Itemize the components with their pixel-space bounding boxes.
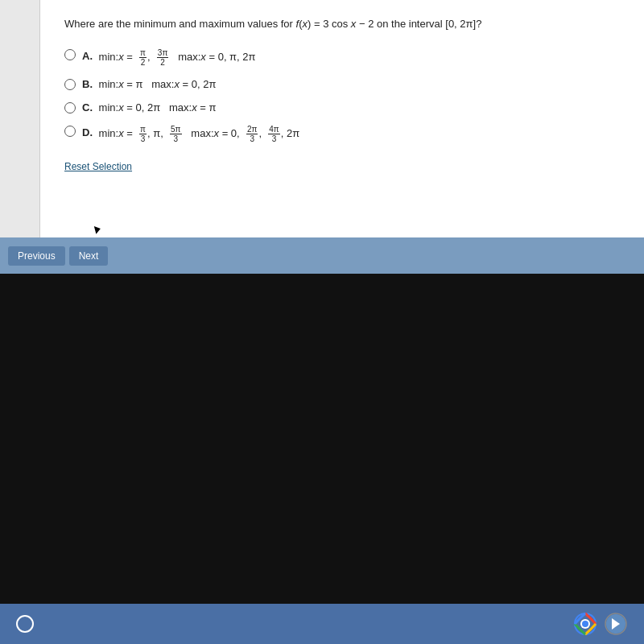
radio-b[interactable]	[64, 79, 76, 90]
next-button[interactable]: Next	[69, 246, 109, 266]
option-d[interactable]: D. min:x = π 3 , π, 5π 3 max:x = 0, 2π 3…	[64, 125, 620, 143]
taskbar: Previous Next	[0, 237, 644, 274]
left-sidebar	[0, 0, 40, 274]
home-circle-icon[interactable]	[16, 615, 34, 633]
frac-pi-3-d: π 3	[139, 125, 147, 143]
option-c[interactable]: C. min:x = 0, 2π max:x = π	[64, 101, 620, 114]
svg-point-2	[582, 621, 588, 627]
dark-background	[0, 274, 644, 604]
option-b[interactable]: B. min:x = π max:x = 0, 2π	[64, 78, 620, 90]
option-a[interactable]: A. min:x = π 2 , 3π 2 max:x = 0, π, 2π	[64, 48, 620, 67]
frac-4pi-3-d: 4π 3	[268, 125, 279, 143]
radio-d[interactable]	[64, 126, 76, 137]
option-d-text: D. min:x = π 3 , π, 5π 3 max:x = 0, 2π 3…	[82, 125, 299, 143]
radio-a[interactable]	[64, 49, 76, 60]
reset-selection-link[interactable]: Reset Selection	[64, 161, 132, 172]
frac-2pi-3-d: 2π 3	[246, 125, 258, 143]
frac-pi-2-a: π 2	[139, 48, 147, 67]
option-a-text: A. min:x = π 2 , 3π 2 max:x = 0, π, 2π	[82, 48, 256, 67]
previous-button[interactable]: Previous	[8, 246, 65, 266]
option-c-text: C. min:x = 0, 2π max:x = π	[82, 101, 216, 114]
question-text: Where are the minimum and maximum values…	[64, 16, 620, 32]
frac-3pi-2-a: 3π 2	[157, 48, 168, 67]
browser-icons-group	[573, 612, 628, 636]
option-b-text: B. min:x = π max:x = 0, 2π	[82, 78, 216, 90]
frac-5pi-3-d: 5π 3	[170, 125, 181, 143]
chrome-browser-icon[interactable]	[573, 612, 597, 636]
radio-c[interactable]	[64, 102, 76, 114]
bottom-chrome-bar	[0, 604, 644, 644]
navigation-icon[interactable]	[604, 612, 628, 636]
quiz-content-area: Where are the minimum and maximum values…	[40, 0, 644, 274]
